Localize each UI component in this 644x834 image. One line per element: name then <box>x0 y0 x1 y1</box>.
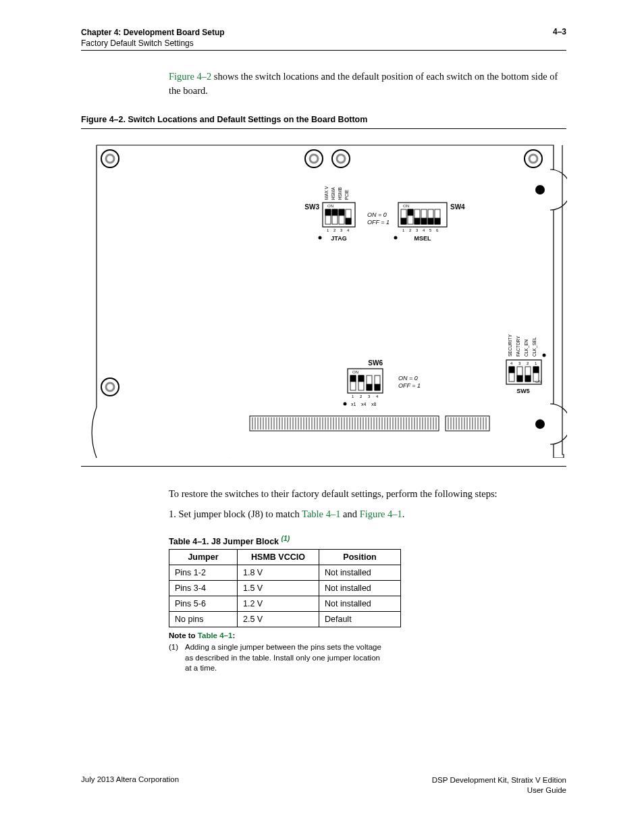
page-header: Chapter 4: Development Board Setup Facto… <box>81 27 566 51</box>
svg-point-24 <box>319 236 322 239</box>
svg-text:ON: ON <box>352 370 358 374</box>
svg-rect-55 <box>358 375 364 382</box>
figure-board-bottom: SW3 ON 1 2 3 4 JTAG MAX V HSMA <box>81 128 566 467</box>
sw3-switch: SW3 ON 1 2 3 4 JTAG MAX V HSMA <box>304 186 355 242</box>
figure-ref-link[interactable]: Figure 4–2 <box>169 71 211 82</box>
svg-text:6: 6 <box>436 228 439 232</box>
table-row: Pins 5-61.2 VNot installed <box>169 596 401 612</box>
table-row: Pins 3-41.5 VNot installed <box>169 581 401 596</box>
table-cell: 2.5 V <box>238 612 319 627</box>
restore-paragraph: To restore the switches to their factory… <box>169 487 566 500</box>
table-cell: Pins 1-2 <box>169 565 238 581</box>
table-cell: Not installed <box>319 596 401 612</box>
svg-text:4: 4 <box>347 228 350 232</box>
svg-text:HSMA: HSMA <box>331 187 336 200</box>
svg-rect-13 <box>325 209 331 215</box>
table-note: (1) Adding a single jumper between the p… <box>169 642 385 674</box>
mounting-hole-icon <box>305 150 323 167</box>
svg-rect-73 <box>509 367 514 373</box>
side-hole-icon <box>535 185 545 194</box>
svg-text:CLK_SEL: CLK_SEL <box>532 337 537 357</box>
svg-rect-17 <box>339 209 344 215</box>
svg-text:x4: x4 <box>361 402 367 407</box>
mounting-hole-icon <box>101 150 119 167</box>
svg-text:3: 3 <box>368 394 371 398</box>
svg-text:3: 3 <box>340 228 343 232</box>
svg-text:FACTORY: FACTORY <box>516 336 520 357</box>
svg-text:x8: x8 <box>371 402 377 407</box>
svg-point-8 <box>529 155 537 163</box>
svg-rect-59 <box>375 384 380 390</box>
note-mark[interactable]: (1) <box>281 535 290 542</box>
svg-text:3: 3 <box>416 228 419 232</box>
table-header-row: Jumper HSMB VCCIO Position <box>169 550 401 565</box>
svg-text:1: 1 <box>327 228 329 232</box>
table-cell: Not installed <box>319 565 401 581</box>
svg-rect-38 <box>421 218 427 224</box>
col-jumper: Jumper <box>169 550 238 565</box>
svg-text:2: 2 <box>360 394 363 398</box>
sw4-switch: SW4 ON 1 2 3 4 5 6 MSEL <box>394 203 466 242</box>
svg-text:2: 2 <box>527 361 529 365</box>
table-ref-link[interactable]: Table 4–1 <box>302 509 340 519</box>
svg-point-10 <box>106 383 114 391</box>
svg-text:OFF = 1: OFF = 1 <box>398 382 421 389</box>
sw6-label: SW6 <box>368 359 383 367</box>
note-text: Adding a single jumper between the pins … <box>185 642 385 674</box>
sw3-label: SW3 <box>304 203 319 211</box>
svg-rect-19 <box>346 218 351 224</box>
note-number: (1) <box>169 642 185 674</box>
sw5-switch: ON 4 3 2 1 SW5 SECURITY FACTORY CLK_EN C… <box>506 334 546 394</box>
svg-text:PCIE: PCIE <box>344 189 349 200</box>
table-cell: 1.8 V <box>238 565 319 581</box>
table-cell: Pins 5-6 <box>169 596 238 612</box>
svg-rect-36 <box>414 218 420 224</box>
svg-point-64 <box>344 402 347 405</box>
svg-text:2: 2 <box>333 228 336 232</box>
svg-point-84 <box>543 353 546 357</box>
svg-text:1: 1 <box>402 228 405 232</box>
sw4-name: MSEL <box>414 235 431 242</box>
sw6-switch: SW6 ON 1 2 3 4 x1 x4 x8 <box>344 359 383 407</box>
figure-ref-link[interactable]: Figure 4–1 <box>360 509 402 519</box>
footer-left: July 2013 Altera Corporation <box>81 775 179 796</box>
svg-point-2 <box>106 155 114 163</box>
svg-text:4: 4 <box>423 228 425 232</box>
table-cell: Default <box>319 612 401 627</box>
table-cell: No pins <box>169 612 238 627</box>
svg-rect-15 <box>332 209 338 215</box>
table-ref-link[interactable]: Table 4–1 <box>198 631 233 640</box>
svg-text:ON: ON <box>403 204 409 208</box>
svg-rect-53 <box>350 375 356 382</box>
svg-rect-77 <box>525 375 531 382</box>
sw5-label: SW5 <box>516 388 530 394</box>
page-number: 4–3 <box>553 27 566 49</box>
table-caption: Table 4–1. J8 Jumper Block (1) <box>169 535 566 546</box>
svg-text:SECURITY: SECURITY <box>508 334 512 357</box>
legend-on: ON = 0 <box>367 211 387 218</box>
col-position: Position <box>319 550 401 565</box>
svg-rect-57 <box>367 384 372 390</box>
svg-text:1: 1 <box>535 361 537 365</box>
svg-text:CLK_EN: CLK_EN <box>524 339 529 357</box>
legend-off: OFF = 1 <box>367 219 390 226</box>
svg-point-49 <box>394 236 398 239</box>
svg-rect-79 <box>533 367 539 373</box>
col-vccio: HSMB VCCIO <box>238 550 319 565</box>
svg-rect-90 <box>446 416 489 431</box>
svg-text:4: 4 <box>510 361 513 365</box>
svg-text:2: 2 <box>409 228 412 232</box>
svg-text:5: 5 <box>429 228 432 232</box>
intro-text: shows the switch locations and the defau… <box>169 71 558 95</box>
step-1: 1. Set jumper block (J8) to match Table … <box>169 509 566 520</box>
figure-caption: Figure 4–2. Switch Locations and Default… <box>81 115 566 124</box>
header-left: Chapter 4: Development Board Setup Facto… <box>81 27 225 49</box>
jumper-table: Jumper HSMB VCCIO Position Pins 1-21.8 V… <box>169 549 401 627</box>
svg-text:ON = 0: ON = 0 <box>398 375 418 382</box>
svg-point-3 <box>305 150 323 167</box>
table-cell: 1.2 V <box>238 596 319 612</box>
svg-rect-32 <box>401 218 406 224</box>
svg-rect-75 <box>517 375 522 382</box>
table-cell: Pins 3-4 <box>169 581 238 596</box>
mounting-hole-icon <box>332 150 350 167</box>
